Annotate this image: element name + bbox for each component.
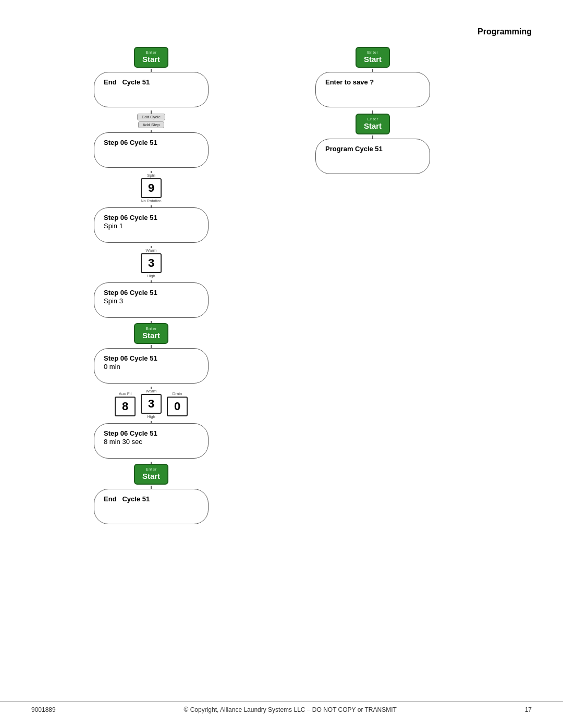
flow-item-enter-to-save: Enter to save ? — [302, 72, 443, 114]
digit-box-auxfil: Aux Fil 8 — [115, 391, 136, 416]
page-footer: 9001889 © Copyright, Alliance Laundry Sy… — [0, 701, 563, 713]
flow-item-end-cycle: End Cycle 51 — [81, 72, 222, 114]
box-step06-title: Step 06 Cycle 51 — [104, 139, 157, 146]
small-btns-group: Edit Cycle Add Step — [137, 114, 165, 129]
footer-left: 9001889 — [31, 706, 56, 713]
digit-drain-val: 0 — [167, 397, 188, 416]
display-box-step06: Step 06 Cycle 51 — [94, 132, 209, 168]
box-end-title: End Cycle 51 — [104, 78, 150, 86]
box-program-cycle-title: Program Cycle 51 — [325, 145, 383, 153]
digit-auxfil-label: Aux Fil — [119, 391, 131, 396]
display-box-0min: Step 06 Cycle 51 0 min — [94, 348, 209, 384]
digit-warm2-val: 3 — [141, 394, 162, 414]
flow-item-0min: Step 06 Cycle 51 0 min — [81, 348, 222, 389]
flow-item-digit-9: Spin 9 No Rotation — [81, 173, 222, 207]
right-start-button-1[interactable]: Enter Start — [356, 47, 390, 68]
digit-warm2-label: Warm — [145, 389, 156, 393]
flow-item-right-start-2: Enter Start — [302, 114, 443, 139]
flow-item-start-3: Enter Start — [81, 464, 222, 489]
digit-warm-val: 3 — [141, 253, 162, 273]
start-button-3[interactable]: Enter Start — [134, 464, 168, 485]
display-box-spin1: Step 06 Cycle 51 Spin 1 — [94, 207, 209, 243]
flow-item-start-2: Enter Start — [81, 323, 222, 348]
box-0min-sub: 0 min — [104, 363, 120, 371]
digit-warm-label: Warm — [145, 248, 156, 253]
digit-warm2-sublabel: High — [147, 414, 155, 419]
start-button-3-main-label: Start — [142, 472, 160, 481]
digit-spin-sublabel: No Rotation — [141, 199, 162, 203]
right-start-1-main: Start — [364, 55, 382, 64]
digit-box-drain: Drain 0 — [167, 391, 188, 416]
flow-item-spin3: Step 06 Cycle 51 Spin 3 — [81, 282, 222, 323]
footer-center: © Copyright, Alliance Laundry Systems LL… — [184, 706, 397, 713]
box-spin3-title: Step 06 Cycle 51 — [104, 289, 157, 297]
display-box-spin3: Step 06 Cycle 51 Spin 3 — [94, 282, 209, 318]
edit-cycle-button[interactable]: Edit Cycle — [137, 114, 165, 120]
digit-drain-label: Drain — [172, 391, 182, 396]
box-8min30sec-sub: 8 min 30 sec — [104, 438, 142, 446]
digit-box-warm2: Warm 3 High — [141, 389, 162, 419]
digit-box-warm: Warm 3 High — [141, 248, 162, 278]
display-box-program-cycle: Program Cycle 51 — [315, 139, 430, 174]
start-button-2[interactable]: Enter Start — [134, 323, 168, 344]
flow-item-end-cycle-bottom: End Cycle 51 — [81, 489, 222, 527]
flow-item-right-start-1: Enter Start — [302, 47, 443, 72]
display-box-enter-to-save: Enter to save ? — [315, 72, 430, 107]
flow-item-program-cycle: Program Cycle 51 — [302, 139, 443, 177]
digit-spin-label: Spin — [147, 173, 155, 178]
add-step-button[interactable]: Add Step — [138, 121, 165, 128]
start-button-3-small-label: Enter — [145, 467, 157, 472]
digit-box-spin: Spin 9 No Rotation — [141, 173, 162, 203]
box-enter-to-save-title: Enter to save ? — [325, 78, 374, 86]
start-button-1-main-label: Start — [142, 55, 160, 64]
flow-item-8min30sec: Step 06 Cycle 51 8 min 30 sec — [81, 423, 222, 464]
display-box-end-cycle: End Cycle 51 — [94, 72, 209, 107]
flow-item-digit-3: Warm 3 High — [81, 248, 222, 282]
left-column: Enter Start End Cycle 51 Edit Cycle Add … — [81, 47, 222, 527]
digit-spin-val: 9 — [141, 178, 162, 198]
page-title: Programming — [478, 27, 532, 36]
footer-right: 17 — [525, 706, 532, 713]
flow-item-triple-digits: Aux Fil 8 Warm 3 High Drain 0 — [81, 389, 222, 423]
right-start-2-main: Start — [364, 121, 382, 131]
digit-auxfil-val: 8 — [115, 397, 136, 416]
right-column: Enter Start Enter to save ? Enter Start … — [302, 47, 443, 177]
right-start-2-small: Enter — [367, 117, 378, 121]
right-start-1-small: Enter — [367, 50, 378, 55]
box-8min30sec-title: Step 06 Cycle 51 — [104, 429, 157, 437]
start-button-2-small-label: Enter — [145, 326, 157, 331]
flow-item-step06: Step 06 Cycle 51 — [81, 132, 222, 173]
box-spin3-sub: Spin 3 — [104, 297, 123, 305]
flow-item-spin1: Step 06 Cycle 51 Spin 1 — [81, 207, 222, 248]
box-0min-title: Step 06 Cycle 51 — [104, 354, 157, 362]
display-box-8min30sec: Step 06 Cycle 51 8 min 30 sec — [94, 423, 209, 459]
display-box-end-cycle-bottom: End Cycle 51 — [94, 489, 209, 524]
digit-warm-sublabel: High — [147, 274, 155, 278]
digit-row-warm: Warm 3 High — [141, 248, 162, 278]
box-spin1-sub: Spin 1 — [104, 222, 123, 230]
digit-row-triple: Aux Fil 8 Warm 3 High Drain 0 — [115, 389, 188, 419]
digit-row-spin: Spin 9 No Rotation — [141, 173, 162, 203]
start-button-1[interactable]: Enter Start — [134, 47, 168, 68]
right-start-button-2[interactable]: Enter Start — [356, 114, 390, 134]
box-end-bottom-title: End Cycle 51 — [104, 495, 150, 503]
flow-item-start-1: Enter Start — [81, 47, 222, 72]
start-button-1-small-label: Enter — [145, 50, 157, 55]
flow-item-small-btns: Edit Cycle Add Step — [81, 114, 222, 132]
box-spin1-title: Step 06 Cycle 51 — [104, 214, 157, 221]
start-button-2-main-label: Start — [142, 331, 160, 340]
